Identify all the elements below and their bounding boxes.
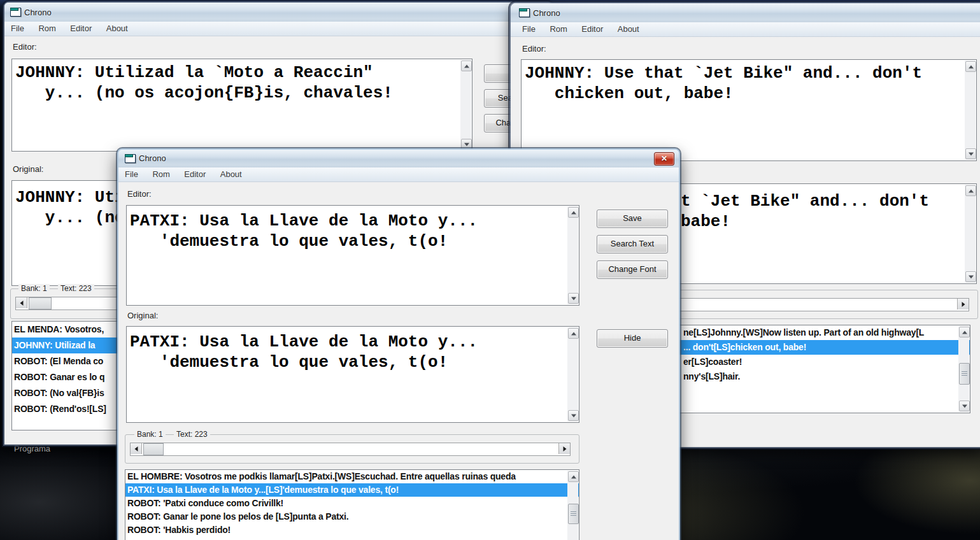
scroll-up-icon[interactable]	[568, 471, 579, 482]
menu-rom[interactable]: Rom	[147, 167, 174, 181]
titlebar[interactable]: Chrono ✕	[118, 150, 679, 168]
menu-about[interactable]: About	[101, 22, 133, 36]
scroll-left-icon[interactable]	[16, 297, 27, 308]
desktop-label-programa[interactable]: Programa	[14, 444, 50, 453]
editor-label: Editor:	[522, 44, 546, 53]
scroll-down-icon[interactable]	[959, 401, 970, 411]
scroll-down-icon[interactable]	[965, 271, 976, 282]
scrollbar-thumb[interactable]	[143, 443, 164, 455]
window-title: Chrono	[24, 8, 52, 17]
list-scrollbar[interactable]	[958, 326, 969, 412]
scroll-down-icon[interactable]	[568, 293, 579, 304]
scroll-left-icon[interactable]	[131, 443, 142, 454]
menu-rom[interactable]: Rom	[544, 22, 572, 36]
form-icon	[125, 154, 136, 163]
scroll-up-icon[interactable]	[965, 61, 976, 72]
scrollbar-thumb[interactable]	[959, 363, 970, 385]
editor-scrollbar[interactable]	[567, 206, 578, 304]
window-front: Chrono ✕ File Rom Editor About Editor: P…	[118, 150, 679, 540]
editor-textarea[interactable]: JOHNNY: Utilizad la `Moto a Reaccin" y..…	[11, 59, 472, 152]
list-item[interactable]: ROBOT: 'Patxi conduce como Crivillk!	[125, 497, 579, 510]
original-textarea[interactable]: PATXI: Usa la Llave de la Moto y... 'dem…	[126, 326, 579, 423]
menu-rom[interactable]: Rom	[33, 22, 60, 36]
list-item[interactable]: ROBOT: Ganar le pone los pelos de [LS]pu…	[125, 510, 579, 523]
menu-file[interactable]: File	[517, 22, 541, 36]
original-text: PATXI: Usa la Llave de la Moto y... 'dem…	[127, 327, 567, 422]
window-title: Chrono	[139, 153, 166, 163]
text-index-scrollbar[interactable]	[130, 443, 571, 456]
hide-button[interactable]: Hide	[597, 329, 668, 348]
scroll-up-icon[interactable]	[959, 327, 970, 338]
bank-label: Bank: 1	[134, 430, 166, 439]
bank-label: Bank: 1	[18, 284, 50, 293]
scroll-up-icon[interactable]	[461, 60, 472, 71]
close-button[interactable]: ✕	[654, 152, 674, 166]
list-item[interactable]: ROBOT: 'Habkis perdido!	[125, 523, 579, 537]
titlebar[interactable]: Chrono	[4, 3, 552, 22]
original-scrollbar[interactable]	[567, 327, 578, 422]
original-label: Original:	[13, 164, 43, 174]
original-label: Original:	[127, 311, 158, 320]
menubar: File Rom Editor About	[4, 22, 552, 36]
list-scrollbar[interactable]	[567, 471, 578, 540]
editor-textarea[interactable]: JOHNNY: Use that `Jet Bike" and... don't…	[521, 59, 977, 161]
list-item[interactable]: EL HOMBRE: Vosotros me podkis llamar[LS]…	[125, 470, 579, 483]
scroll-down-icon[interactable]	[461, 139, 472, 150]
scroll-up-icon[interactable]	[568, 207, 579, 218]
change-font-button[interactable]: Change Font	[597, 260, 668, 279]
editor-text: JOHNNY: Use that `Jet Bike" and... don't…	[522, 60, 965, 160]
menubar: File Rom Editor About	[118, 167, 679, 182]
menu-about[interactable]: About	[215, 167, 247, 181]
menu-file[interactable]: File	[120, 167, 143, 181]
scrollbar-thumb[interactable]	[29, 297, 52, 309]
menu-about[interactable]: About	[613, 22, 644, 36]
original-scrollbar[interactable]	[965, 185, 976, 283]
editor-label: Editor:	[127, 189, 152, 199]
titlebar[interactable]: Chrono	[511, 3, 980, 23]
scroll-up-icon[interactable]	[965, 185, 976, 196]
editor-text: PATXI: Usa la Llave de la Moto y... 'dem…	[127, 206, 567, 305]
form-icon	[519, 8, 530, 17]
scroll-down-icon[interactable]	[568, 410, 579, 421]
scroll-up-icon[interactable]	[568, 328, 579, 339]
search-text-button[interactable]: Search Text	[597, 235, 668, 253]
editor-scrollbar[interactable]	[460, 60, 471, 150]
list-item[interactable]: PATXI: Usa la Llave de la Moto y...[LS]'…	[125, 483, 579, 497]
editor-text: JOHNNY: Utilizad la `Moto a Reaccin" y..…	[12, 59, 460, 151]
form-icon	[10, 8, 21, 17]
window-title: Chrono	[533, 8, 560, 18]
editor-label: Editor:	[13, 42, 37, 52]
dialogue-list: EL HOMBRE: Vosotros me podkis llamar[LS]…	[125, 469, 579, 540]
menu-editor[interactable]: Editor	[65, 22, 97, 36]
bank-text-groupbox: Bank: 1 Text: 223	[125, 434, 579, 464]
menu-file[interactable]: File	[6, 22, 29, 36]
editor-scrollbar[interactable]	[965, 60, 976, 160]
menu-editor[interactable]: Editor	[179, 167, 211, 181]
text-number-label: Text: 223	[174, 430, 210, 439]
editor-textarea[interactable]: PATXI: Usa la Llave de la Moto y... 'dem…	[126, 205, 579, 306]
text-number-label: Text: 223	[58, 284, 94, 293]
close-icon: ✕	[661, 154, 667, 163]
menu-editor[interactable]: Editor	[576, 22, 608, 36]
scroll-right-icon[interactable]	[957, 299, 969, 309]
scrollbar-thumb[interactable]	[568, 504, 579, 524]
scroll-down-icon[interactable]	[965, 148, 976, 159]
menubar: File Rom Editor About	[511, 22, 980, 37]
scroll-right-icon[interactable]	[558, 443, 570, 454]
save-button[interactable]: Save	[597, 210, 668, 228]
